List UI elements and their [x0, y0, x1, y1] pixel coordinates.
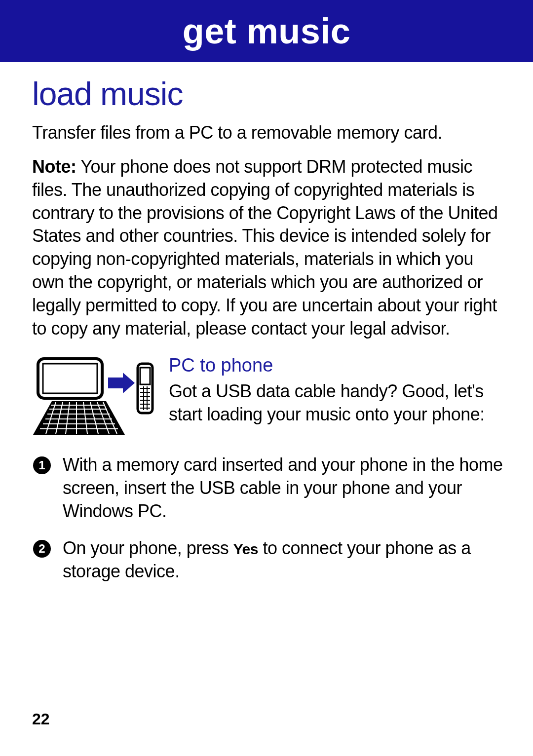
page-number: 22	[32, 710, 50, 728]
svg-text:2: 2	[38, 542, 45, 555]
svg-rect-1	[43, 364, 97, 393]
step-number-icon: 2	[32, 539, 52, 559]
step-item-1: 1 With a memory card inserted and your p…	[32, 454, 506, 523]
subsection-body: Got a USB data cable handy? Good, let's …	[169, 380, 506, 426]
step-text: On your phone, press Yes to connect your…	[63, 537, 506, 583]
svg-rect-18	[140, 368, 150, 384]
page-banner: get music	[0, 0, 533, 62]
step-list: 1 With a memory card inserted and your p…	[32, 454, 506, 583]
step-item-2: 2 On your phone, press Yes to connect yo…	[32, 537, 506, 583]
section-title: load music	[32, 75, 506, 113]
subsection-title: PC to phone	[169, 355, 506, 376]
step-number-icon: 1	[32, 455, 52, 475]
manual-page: get music load music Transfer files from…	[0, 0, 533, 756]
svg-text:1: 1	[38, 458, 45, 472]
step-text: With a memory card inserted and your pho…	[63, 454, 506, 523]
svg-rect-16	[108, 378, 123, 388]
intro-text: Transfer files from a PC to a removable …	[32, 121, 506, 144]
banner-title: get music	[183, 11, 351, 51]
step-text-before: On your phone, press	[63, 538, 233, 558]
ui-key-yes: Yes	[233, 541, 258, 557]
note-paragraph: Note: Your phone does not support DRM pr…	[32, 155, 506, 340]
laptop-to-phone-icon	[32, 356, 158, 440]
pc-to-phone-block: PC to phone Got a USB data cable handy? …	[32, 355, 506, 440]
note-label: Note:	[32, 156, 76, 177]
pc-to-phone-text: PC to phone Got a USB data cable handy? …	[169, 355, 506, 426]
page-content: load music Transfer files from a PC to a…	[0, 62, 533, 583]
note-body: Your phone does not support DRM protecte…	[32, 156, 498, 339]
